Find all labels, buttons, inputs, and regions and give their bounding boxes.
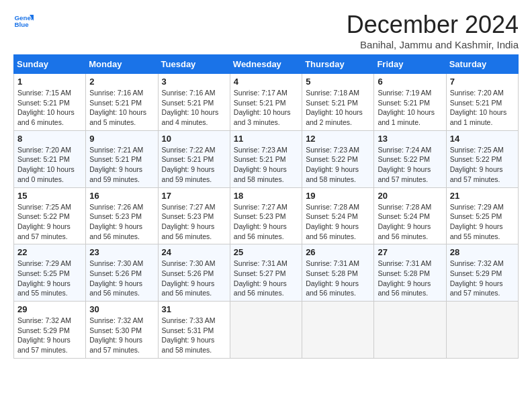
day-number: 23 xyxy=(89,247,154,257)
day-cell: 26Sunrise: 7:31 AM Sunset: 5:28 PM Dayli… xyxy=(302,244,374,302)
day-cell: 19Sunrise: 7:28 AM Sunset: 5:24 PM Dayli… xyxy=(302,187,374,244)
day-number: 28 xyxy=(450,247,515,257)
day-number: 22 xyxy=(17,247,82,257)
day-number: 31 xyxy=(162,304,226,314)
day-number: 20 xyxy=(378,191,442,201)
week-row-2: 8Sunrise: 7:20 AM Sunset: 5:21 PM Daylig… xyxy=(14,130,519,187)
day-number: 19 xyxy=(306,191,370,201)
day-number: 25 xyxy=(234,247,298,257)
week-row-3: 15Sunrise: 7:25 AM Sunset: 5:22 PM Dayli… xyxy=(14,187,519,244)
day-cell: 4Sunrise: 7:17 AM Sunset: 5:21 PM Daylig… xyxy=(230,74,302,131)
day-number: 30 xyxy=(89,304,154,314)
day-info: Sunrise: 7:20 AM Sunset: 5:21 PM Dayligh… xyxy=(17,145,82,185)
day-number: 21 xyxy=(450,191,515,201)
day-info: Sunrise: 7:23 AM Sunset: 5:21 PM Dayligh… xyxy=(234,145,298,185)
day-cell: 22Sunrise: 7:29 AM Sunset: 5:25 PM Dayli… xyxy=(14,244,86,302)
header-cell-wednesday: Wednesday xyxy=(230,55,302,74)
day-cell: 17Sunrise: 7:27 AM Sunset: 5:23 PM Dayli… xyxy=(158,187,230,244)
day-info: Sunrise: 7:24 AM Sunset: 5:22 PM Dayligh… xyxy=(378,145,442,185)
day-cell: 21Sunrise: 7:29 AM Sunset: 5:25 PM Dayli… xyxy=(446,187,518,244)
day-info: Sunrise: 7:22 AM Sunset: 5:21 PM Dayligh… xyxy=(162,145,226,185)
header-cell-sunday: Sunday xyxy=(14,55,86,74)
day-info: Sunrise: 7:16 AM Sunset: 5:21 PM Dayligh… xyxy=(162,88,226,128)
day-number: 10 xyxy=(162,134,226,144)
day-info: Sunrise: 7:29 AM Sunset: 5:25 PM Dayligh… xyxy=(450,202,515,242)
day-info: Sunrise: 7:30 AM Sunset: 5:26 PM Dayligh… xyxy=(162,259,226,298)
day-number: 24 xyxy=(162,247,226,257)
day-number: 1 xyxy=(17,77,82,87)
day-cell: 9Sunrise: 7:21 AM Sunset: 5:21 PM Daylig… xyxy=(86,130,158,187)
day-number: 11 xyxy=(234,134,298,144)
logo: General Blue xyxy=(13,11,34,31)
week-row-1: 1Sunrise: 7:15 AM Sunset: 5:21 PM Daylig… xyxy=(14,74,519,131)
day-cell: 1Sunrise: 7:15 AM Sunset: 5:21 PM Daylig… xyxy=(14,74,86,131)
header-cell-monday: Monday xyxy=(86,55,158,74)
calendar-table: SundayMondayTuesdayWednesdayThursdayFrid… xyxy=(13,54,519,359)
day-cell: 20Sunrise: 7:28 AM Sunset: 5:24 PM Dayli… xyxy=(374,187,446,244)
header-row: SundayMondayTuesdayWednesdayThursdayFrid… xyxy=(14,55,519,74)
day-number: 3 xyxy=(162,77,226,87)
day-number: 15 xyxy=(17,191,82,201)
day-cell: 30Sunrise: 7:32 AM Sunset: 5:30 PM Dayli… xyxy=(86,302,158,359)
day-info: Sunrise: 7:17 AM Sunset: 5:21 PM Dayligh… xyxy=(234,88,298,128)
day-info: Sunrise: 7:32 AM Sunset: 5:29 PM Dayligh… xyxy=(17,316,82,355)
day-info: Sunrise: 7:23 AM Sunset: 5:22 PM Dayligh… xyxy=(306,145,370,185)
day-number: 12 xyxy=(306,134,370,144)
day-info: Sunrise: 7:27 AM Sunset: 5:23 PM Dayligh… xyxy=(234,202,298,242)
day-cell: 31Sunrise: 7:33 AM Sunset: 5:31 PM Dayli… xyxy=(158,302,230,359)
day-number: 4 xyxy=(234,77,298,87)
day-cell: 10Sunrise: 7:22 AM Sunset: 5:21 PM Dayli… xyxy=(158,130,230,187)
day-cell: 5Sunrise: 7:18 AM Sunset: 5:21 PM Daylig… xyxy=(302,74,374,131)
day-info: Sunrise: 7:31 AM Sunset: 5:28 PM Dayligh… xyxy=(378,259,442,298)
day-info: Sunrise: 7:27 AM Sunset: 5:23 PM Dayligh… xyxy=(162,202,226,242)
logo-icon: General Blue xyxy=(13,11,34,31)
day-info: Sunrise: 7:29 AM Sunset: 5:25 PM Dayligh… xyxy=(17,259,82,298)
day-info: Sunrise: 7:21 AM Sunset: 5:21 PM Dayligh… xyxy=(89,145,154,185)
day-cell: 2Sunrise: 7:16 AM Sunset: 5:21 PM Daylig… xyxy=(86,74,158,131)
day-number: 16 xyxy=(89,191,154,201)
day-number: 14 xyxy=(450,134,515,144)
day-info: Sunrise: 7:31 AM Sunset: 5:28 PM Dayligh… xyxy=(306,259,370,298)
day-cell: 11Sunrise: 7:23 AM Sunset: 5:21 PM Dayli… xyxy=(230,130,302,187)
svg-text:Blue: Blue xyxy=(15,21,30,28)
day-info: Sunrise: 7:19 AM Sunset: 5:21 PM Dayligh… xyxy=(378,88,442,128)
day-cell: 16Sunrise: 7:26 AM Sunset: 5:23 PM Dayli… xyxy=(86,187,158,244)
day-cell: 3Sunrise: 7:16 AM Sunset: 5:21 PM Daylig… xyxy=(158,74,230,131)
day-info: Sunrise: 7:16 AM Sunset: 5:21 PM Dayligh… xyxy=(89,88,154,128)
header-cell-tuesday: Tuesday xyxy=(158,55,230,74)
day-info: Sunrise: 7:25 AM Sunset: 5:22 PM Dayligh… xyxy=(17,202,82,242)
day-cell: 13Sunrise: 7:24 AM Sunset: 5:22 PM Dayli… xyxy=(374,130,446,187)
month-title: December 2024 xyxy=(347,11,519,39)
day-info: Sunrise: 7:31 AM Sunset: 5:27 PM Dayligh… xyxy=(234,259,298,298)
day-number: 2 xyxy=(89,77,154,87)
day-number: 8 xyxy=(17,134,82,144)
day-number: 5 xyxy=(306,77,370,87)
day-cell: 6Sunrise: 7:19 AM Sunset: 5:21 PM Daylig… xyxy=(374,74,446,131)
day-info: Sunrise: 7:33 AM Sunset: 5:31 PM Dayligh… xyxy=(162,316,226,355)
day-cell: 18Sunrise: 7:27 AM Sunset: 5:23 PM Dayli… xyxy=(230,187,302,244)
day-cell: 27Sunrise: 7:31 AM Sunset: 5:28 PM Dayli… xyxy=(374,244,446,302)
day-cell xyxy=(302,302,374,359)
header-cell-saturday: Saturday xyxy=(446,55,518,74)
day-cell: 14Sunrise: 7:25 AM Sunset: 5:22 PM Dayli… xyxy=(446,130,518,187)
day-cell: 23Sunrise: 7:30 AM Sunset: 5:26 PM Dayli… xyxy=(86,244,158,302)
day-number: 26 xyxy=(306,247,370,257)
day-number: 17 xyxy=(162,191,226,201)
header-cell-thursday: Thursday xyxy=(302,55,374,74)
day-info: Sunrise: 7:32 AM Sunset: 5:30 PM Dayligh… xyxy=(89,316,154,355)
week-row-5: 29Sunrise: 7:32 AM Sunset: 5:29 PM Dayli… xyxy=(14,302,519,359)
day-number: 6 xyxy=(378,77,442,87)
day-number: 9 xyxy=(89,134,154,144)
day-cell: 28Sunrise: 7:32 AM Sunset: 5:29 PM Dayli… xyxy=(446,244,518,302)
day-info: Sunrise: 7:26 AM Sunset: 5:23 PM Dayligh… xyxy=(89,202,154,242)
page-header: General Blue December 2024 Banihal, Jamm… xyxy=(13,11,519,50)
day-cell: 25Sunrise: 7:31 AM Sunset: 5:27 PM Dayli… xyxy=(230,244,302,302)
title-area: December 2024 Banihal, Jammu and Kashmir… xyxy=(347,11,519,50)
day-info: Sunrise: 7:32 AM Sunset: 5:29 PM Dayligh… xyxy=(450,259,515,298)
day-number: 27 xyxy=(378,247,442,257)
day-info: Sunrise: 7:18 AM Sunset: 5:21 PM Dayligh… xyxy=(306,88,370,128)
day-info: Sunrise: 7:28 AM Sunset: 5:24 PM Dayligh… xyxy=(378,202,442,242)
header-cell-friday: Friday xyxy=(374,55,446,74)
location-subtitle: Banihal, Jammu and Kashmir, India xyxy=(347,39,519,50)
day-cell xyxy=(446,302,518,359)
